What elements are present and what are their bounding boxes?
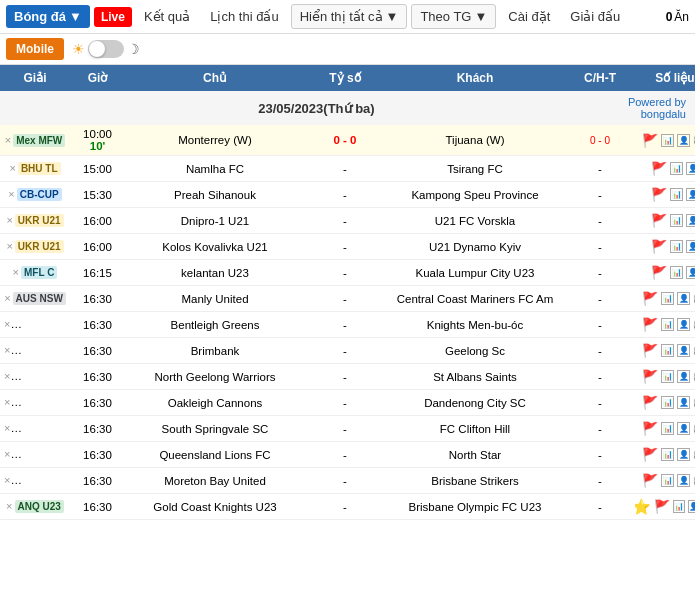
flag-icon[interactable]: 🚩: [651, 265, 667, 280]
remove-button[interactable]: ×: [4, 474, 12, 486]
home-team-cell[interactable]: North Geelong Warriors: [125, 368, 305, 386]
away-team-cell[interactable]: North Star: [385, 446, 565, 464]
score-cell[interactable]: -: [305, 394, 385, 412]
stats-box-icon[interactable]: 📊: [670, 214, 683, 227]
lineup-icon[interactable]: 👤: [677, 292, 690, 305]
flag-icon[interactable]: 🚩: [642, 369, 658, 384]
nav-results[interactable]: Kết quả: [136, 5, 198, 28]
away-team-cell[interactable]: FC Clifton Hill: [385, 420, 565, 438]
lineup-icon[interactable]: 👤: [677, 448, 690, 461]
stats-box-icon[interactable]: 📊: [661, 370, 674, 383]
lineup-icon[interactable]: 👤: [677, 134, 690, 147]
flag-icon[interactable]: 🚩: [642, 133, 658, 148]
remove-button[interactable]: ×: [4, 318, 12, 330]
home-team-cell[interactable]: kelantan U23: [125, 264, 305, 282]
remove-button[interactable]: ×: [5, 134, 13, 146]
home-team-cell[interactable]: Queensland Lions FC: [125, 446, 305, 464]
home-team-cell[interactable]: Gold Coast Knights U23: [125, 498, 305, 516]
stats-box-icon[interactable]: 📊: [661, 448, 674, 461]
stats-box-icon[interactable]: 📊: [670, 188, 683, 201]
home-team-cell[interactable]: Bentleigh Greens: [125, 316, 305, 334]
home-team-cell[interactable]: Oakleigh Cannons: [125, 394, 305, 412]
bytg-dropdown[interactable]: Theo TG ▼: [411, 4, 496, 29]
theme-toggle[interactable]: ☀ ☽: [72, 40, 140, 58]
stats-box-icon[interactable]: 📊: [661, 396, 674, 409]
flag-icon[interactable]: 🚩: [642, 447, 658, 462]
away-team-cell[interactable]: Tijuana (W): [385, 131, 565, 149]
flag-icon[interactable]: 🚩: [642, 317, 658, 332]
stats-box-icon[interactable]: 📊: [661, 474, 674, 487]
nav-tournament[interactable]: Giải đấu: [562, 5, 628, 28]
league-badge[interactable]: CB-CUP: [17, 188, 62, 201]
sport-dropdown[interactable]: Bóng đá ▼: [6, 5, 90, 28]
flag-icon[interactable]: 🚩: [642, 473, 658, 488]
stats-box-icon[interactable]: 📊: [670, 266, 683, 279]
remove-button[interactable]: ×: [9, 162, 17, 174]
lineup-icon[interactable]: 👤: [686, 240, 695, 253]
league-badge[interactable]: UKR U21: [15, 214, 64, 227]
stats-box-icon[interactable]: 📊: [661, 318, 674, 331]
stats-box-icon[interactable]: 📊: [661, 134, 674, 147]
away-team-cell[interactable]: Kampong Speu Province: [385, 186, 565, 204]
away-team-cell[interactable]: Tsirang FC: [385, 160, 565, 178]
home-team-cell[interactable]: Manly United: [125, 290, 305, 308]
home-team-cell[interactable]: Moreton Bay United: [125, 472, 305, 490]
flag-icon[interactable]: 🚩: [642, 421, 658, 436]
stats-box-icon[interactable]: 📊: [670, 162, 683, 175]
stats-box-icon[interactable]: 📊: [670, 240, 683, 253]
nav-schedule[interactable]: Lịch thi đấu: [202, 5, 286, 28]
mobile-button[interactable]: Mobile: [6, 38, 64, 60]
remove-button[interactable]: ×: [4, 422, 12, 434]
score-cell[interactable]: -: [305, 446, 385, 464]
lineup-icon[interactable]: 👤: [686, 266, 695, 279]
away-team-cell[interactable]: Knights Men-bu-óc: [385, 316, 565, 334]
away-team-cell[interactable]: Brisbane Olympic FC U23: [385, 498, 565, 516]
league-badge[interactable]: MFL C: [21, 266, 57, 279]
away-team-cell[interactable]: Kuala Lumpur City U23: [385, 264, 565, 282]
flag-icon[interactable]: 🚩: [642, 395, 658, 410]
lineup-icon[interactable]: 👤: [677, 396, 690, 409]
remove-button[interactable]: ×: [13, 266, 21, 278]
remove-button[interactable]: ×: [6, 240, 14, 252]
flag-icon[interactable]: 🚩: [651, 239, 667, 254]
score-cell[interactable]: 0 - 0: [305, 131, 385, 149]
home-team-cell[interactable]: South Springvale SC: [125, 420, 305, 438]
away-team-cell[interactable]: St Albans Saints: [385, 368, 565, 386]
league-badge[interactable]: Mex MFW: [13, 134, 65, 147]
lineup-icon[interactable]: 👤: [677, 344, 690, 357]
lineup-icon[interactable]: 👤: [686, 162, 695, 175]
remove-button[interactable]: ×: [8, 188, 16, 200]
lineup-icon[interactable]: 👤: [677, 318, 690, 331]
remove-button[interactable]: ×: [4, 396, 12, 408]
lineup-icon[interactable]: 👤: [677, 422, 690, 435]
display-dropdown[interactable]: Hiển thị tất cả ▼: [291, 4, 408, 29]
away-team-cell[interactable]: Geelong Sc: [385, 342, 565, 360]
remove-button[interactable]: ×: [4, 344, 12, 356]
score-cell[interactable]: -: [305, 472, 385, 490]
lineup-icon[interactable]: 👤: [677, 370, 690, 383]
flag-icon[interactable]: 🚩: [651, 213, 667, 228]
stats-box-icon[interactable]: 📊: [661, 344, 674, 357]
toggle-track[interactable]: [88, 40, 124, 58]
flag-icon[interactable]: 🚩: [642, 291, 658, 306]
flag-icon[interactable]: 🚩: [651, 161, 667, 176]
flag-icon[interactable]: 🚩: [654, 499, 670, 514]
stats-box-icon[interactable]: 📊: [673, 500, 685, 513]
home-team-cell[interactable]: Kolos Kovalivka U21: [125, 238, 305, 256]
away-team-cell[interactable]: Central Coast Mariners FC Am: [385, 290, 565, 308]
league-badge[interactable]: BHU TL: [18, 162, 61, 175]
score-cell[interactable]: -: [305, 290, 385, 308]
away-team-cell[interactable]: Brisbane Strikers: [385, 472, 565, 490]
remove-button[interactable]: ×: [4, 292, 12, 304]
away-team-cell[interactable]: Dandenong City SC: [385, 394, 565, 412]
home-team-cell[interactable]: Namlha FC: [125, 160, 305, 178]
home-team-cell[interactable]: Dnipro-1 U21: [125, 212, 305, 230]
away-team-cell[interactable]: U21 FC Vorskla: [385, 212, 565, 230]
home-team-cell[interactable]: Monterrey (W): [125, 131, 305, 149]
score-cell[interactable]: -: [305, 238, 385, 256]
league-badge[interactable]: AUS NSW: [13, 292, 66, 305]
nav-settings[interactable]: Cài đặt: [500, 5, 558, 28]
league-badge[interactable]: UKR U21: [15, 240, 64, 253]
live-badge[interactable]: Live: [94, 7, 132, 27]
lineup-icon[interactable]: 👤: [686, 214, 695, 227]
